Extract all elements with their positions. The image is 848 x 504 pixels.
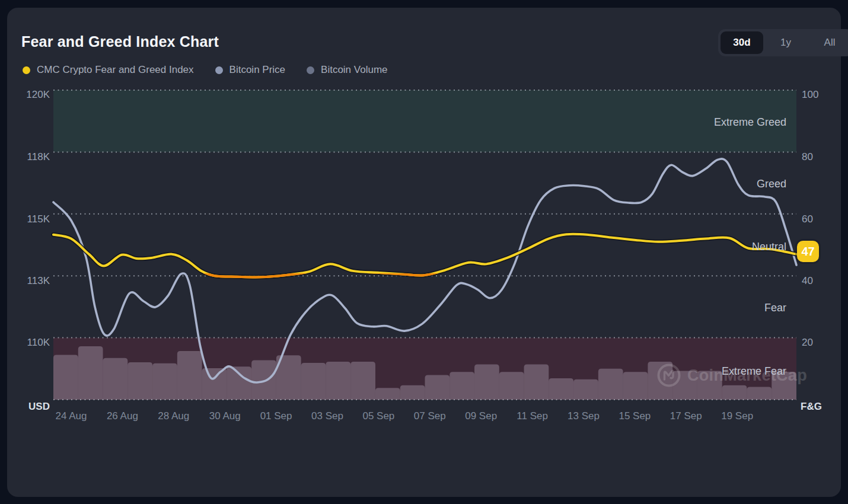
coinmarketcap-logo-icon <box>655 362 683 389</box>
volume-bar[interactable] <box>177 351 202 400</box>
legend-item-0[interactable]: CMC Crypto Fear and Greed Index <box>23 64 194 76</box>
x-axis-label-28-aug: 28 Aug <box>158 410 189 422</box>
volume-bar[interactable] <box>474 365 499 400</box>
x-axis-label-09-sep: 09 Sep <box>465 410 497 422</box>
range-button-all[interactable]: All <box>808 31 848 54</box>
zone-label-fear: Fear <box>764 302 786 314</box>
volume-bar[interactable] <box>400 385 425 400</box>
chart-legend: CMC Crypto Fear and Greed IndexBitcoin P… <box>23 64 388 76</box>
zone-label-greed: Greed <box>757 178 786 190</box>
volume-bar[interactable] <box>326 362 350 400</box>
fear-greed-chart-page: Fear and Greed Index Chart 30d1yAll CMC … <box>0 0 848 504</box>
volume-bar[interactable] <box>152 363 177 400</box>
range-switcher: 30d1yAll <box>718 29 848 56</box>
x-axis-label-26-aug: 26 Aug <box>107 410 138 422</box>
range-button-30d[interactable]: 30d <box>721 31 763 54</box>
legend-dot-icon <box>307 66 314 74</box>
x-axis-label-05-sep: 05 Sep <box>362 410 394 422</box>
volume-bar[interactable] <box>375 388 400 400</box>
left-axis-tick-115K: 115K <box>12 213 50 225</box>
volume-bar[interactable] <box>524 365 549 400</box>
x-axis-label-15-sep: 15 Sep <box>619 410 651 422</box>
volume-bar[interactable] <box>202 368 227 400</box>
page-title: Fear and Greed Index Chart <box>21 33 219 50</box>
volume-bar[interactable] <box>449 372 474 400</box>
range-button-1y[interactable]: 1y <box>764 31 807 54</box>
volume-bar[interactable] <box>301 363 326 400</box>
left-axis-tick-118K: 118K <box>12 151 50 163</box>
x-axis-label-17-sep: 17 Sep <box>670 410 702 422</box>
left-axis-unit: USD <box>18 401 50 413</box>
zone-label-extreme-greed: Extreme Greed <box>714 116 786 129</box>
x-axis-label-30-aug: 30 Aug <box>209 410 241 422</box>
volume-bar[interactable] <box>53 355 78 400</box>
right-axis-tick-60: 60 <box>802 213 813 225</box>
right-axis-tick-20: 20 <box>802 337 813 349</box>
zone-band-extreme-greed <box>53 90 796 152</box>
volume-bar[interactable] <box>573 379 598 400</box>
right-axis-unit: F&G <box>801 401 822 413</box>
volume-bar[interactable] <box>549 378 573 400</box>
x-axis-label-24-aug: 24 Aug <box>56 410 87 422</box>
volume-bar[interactable] <box>350 362 375 400</box>
x-axis-label-07-sep: 07 Sep <box>414 410 446 422</box>
volume-bar[interactable] <box>251 360 276 400</box>
left-axis-tick-113K: 113K <box>12 275 50 287</box>
legend-dot-icon <box>23 66 30 74</box>
volume-bar[interactable] <box>103 358 128 400</box>
zone-label-neutral: Neutral <box>752 241 786 253</box>
volume-bar[interactable] <box>78 346 103 400</box>
x-axis-label-13-sep: 13 Sep <box>568 410 600 422</box>
x-axis-label-19-sep: 19 Sep <box>721 410 753 422</box>
volume-bar[interactable] <box>499 372 524 400</box>
right-axis-tick-40: 40 <box>802 275 813 287</box>
legend-label: Bitcoin Price <box>229 64 285 76</box>
zone-label-extreme-fear: Extreme Fear <box>722 365 786 378</box>
x-axis-label-03-sep: 03 Sep <box>311 410 343 422</box>
volume-bar[interactable] <box>623 372 648 400</box>
x-axis-label-01-sep: 01 Sep <box>260 410 292 422</box>
legend-dot-icon <box>215 66 223 74</box>
volume-bar[interactable] <box>598 369 623 400</box>
right-axis-tick-80: 80 <box>802 151 813 163</box>
volume-bar[interactable] <box>227 366 251 400</box>
legend-item-2[interactable]: Bitcoin Volume <box>307 64 387 76</box>
right-axis-tick-100: 100 <box>802 89 818 101</box>
volume-bar[interactable] <box>127 362 152 400</box>
x-axis-label-11-sep: 11 Sep <box>517 410 548 422</box>
left-axis-tick-120K: 120K <box>12 89 50 101</box>
left-axis-tick-110K: 110K <box>12 337 50 349</box>
fng-line[interactable] <box>53 234 796 277</box>
legend-label: Bitcoin Volume <box>321 64 387 76</box>
volume-bar[interactable] <box>425 375 450 400</box>
legend-item-1[interactable]: Bitcoin Price <box>215 64 285 76</box>
legend-label: CMC Crypto Fear and Greed Index <box>37 64 194 76</box>
current-value-badge: 47 <box>797 241 819 262</box>
